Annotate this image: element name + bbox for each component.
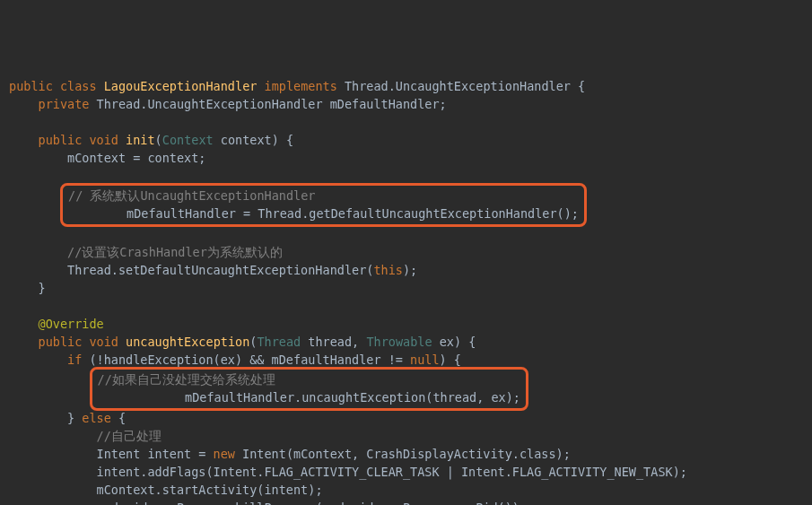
keyword-private: private	[39, 97, 90, 111]
keyword-new: new	[214, 447, 235, 461]
comment: //设置该CrashHandler为系统默认的	[67, 245, 283, 259]
keyword-void: void	[89, 335, 118, 349]
highlight-box-2: //如果自己没处理交给系统处理 mDefaultHandler.uncaught…	[90, 367, 528, 411]
keyword-public: public	[39, 335, 83, 349]
keyword-public: public	[9, 79, 53, 93]
param-name: ex	[440, 335, 454, 349]
condition-post: ) {	[440, 353, 461, 367]
brace: {	[286, 133, 293, 147]
statement: mContext = context;	[67, 151, 205, 165]
highlight-box-1: // 系统默认UncaughtExceptionHandler mDefault…	[60, 183, 587, 227]
comment: //如果自己没处理交给系统处理	[98, 372, 275, 387]
param-name: thread	[308, 335, 352, 349]
field-type: Thread.UncaughtExceptionHandler	[97, 97, 323, 111]
paren: )	[272, 133, 279, 147]
comma: ,	[352, 335, 359, 349]
class-name: LagouExceptionHandler	[104, 79, 258, 93]
paren: (	[155, 133, 162, 147]
brace: {	[578, 79, 585, 93]
statement: intent.addFlags(Intent.FLAG_ACTIVITY_CLE…	[97, 465, 687, 479]
keyword-class: class	[60, 79, 97, 93]
code-block: public class LagouExceptionHandler imple…	[9, 77, 803, 505]
statement: android.os.Process.killProcess(android.o…	[97, 501, 528, 505]
brace: {	[118, 411, 126, 425]
keyword-else: else	[82, 411, 111, 425]
param-type: Thread	[257, 335, 301, 349]
statement-post: );	[403, 263, 417, 277]
comment: //自己处理	[97, 429, 162, 443]
statement-pre: Thread.setDefaultUncaughtExceptionHandle…	[67, 263, 373, 277]
statement-pre: Intent intent =	[97, 447, 214, 461]
keyword-if: if	[67, 353, 82, 367]
statement-post: Intent(mContext, CrashDisplayActivity.cl…	[235, 447, 571, 461]
brace: {	[468, 335, 476, 349]
paren: )	[454, 335, 461, 349]
param-name: context	[221, 133, 272, 147]
keyword-void: void	[89, 133, 118, 147]
brace: }	[67, 411, 74, 425]
keyword-null: null	[410, 353, 440, 367]
keyword-implements: implements	[265, 79, 337, 93]
interface-name: Thread.UncaughtExceptionHandler	[345, 79, 571, 93]
keyword-public: public	[39, 133, 83, 147]
brace: }	[39, 281, 46, 295]
statement: mContext.startActivity(intent);	[97, 483, 323, 497]
field-name: mDefaultHandler;	[330, 97, 447, 111]
comment: // 系统默认UncaughtExceptionHandler	[68, 188, 315, 203]
method-name-uncaught: uncaughtException	[126, 335, 249, 349]
param-type: Context	[162, 133, 214, 147]
statement: mDefaultHandler.uncaughtException(thread…	[185, 390, 520, 405]
condition-pre: (!handleException(ex) && mDefaultHandler…	[82, 353, 410, 367]
keyword-this: this	[373, 263, 403, 277]
param-type: Throwable	[366, 335, 432, 349]
method-name-init: init	[126, 133, 155, 147]
annotation-override: @Override	[39, 317, 104, 331]
statement: mDefaultHandler = Thread.getDefaultUncau…	[127, 206, 579, 221]
